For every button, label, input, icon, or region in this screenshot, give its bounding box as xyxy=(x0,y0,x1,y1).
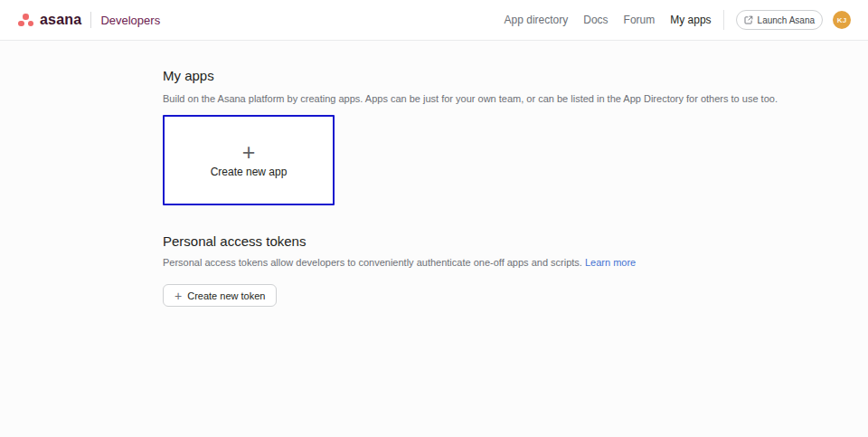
nav-separator xyxy=(723,10,724,30)
create-new-app-card[interactable]: + Create new app xyxy=(163,115,335,205)
tokens-title: Personal access tokens xyxy=(163,233,868,250)
nav-docs[interactable]: Docs xyxy=(583,14,608,25)
launch-asana-label: Launch Asana xyxy=(758,15,815,25)
asana-developers-page: asana Developers App directory Docs Foru… xyxy=(0,0,868,437)
external-link-icon xyxy=(744,15,753,24)
page-title: My apps xyxy=(163,68,868,84)
nav-forum[interactable]: Forum xyxy=(624,14,656,25)
create-new-token-button[interactable]: + Create new token xyxy=(163,284,277,307)
top-header: asana Developers App directory Docs Foru… xyxy=(0,0,868,41)
create-new-token-label: Create new token xyxy=(187,290,265,301)
product-name: Developers xyxy=(100,14,160,26)
logo-divider xyxy=(90,12,91,28)
learn-more-link[interactable]: Learn more xyxy=(585,257,636,268)
personal-access-tokens-section: Personal access tokens Personal access t… xyxy=(163,233,868,307)
launch-asana-button[interactable]: Launch Asana xyxy=(736,10,823,30)
my-apps-section: My apps Build on the Asana platform by c… xyxy=(163,68,868,205)
my-apps-description: Build on the Asana platform by creating … xyxy=(163,93,868,105)
asana-logo-icon xyxy=(18,14,33,26)
avatar[interactable]: KJ xyxy=(833,11,851,29)
header-nav: App directory Docs Forum My apps Launch … xyxy=(489,10,851,30)
nav-app-directory[interactable]: App directory xyxy=(505,14,569,25)
plus-icon: + xyxy=(175,290,182,302)
tokens-description-text: Personal access tokens allow developers … xyxy=(163,257,582,268)
main-content: My apps Build on the Asana platform by c… xyxy=(0,41,868,307)
tokens-description: Personal access tokens allow developers … xyxy=(163,257,868,269)
nav-my-apps[interactable]: My apps xyxy=(670,14,711,25)
plus-icon: + xyxy=(242,143,256,161)
asana-wordmark: asana xyxy=(40,13,81,27)
brand[interactable]: asana Developers xyxy=(18,12,160,28)
create-new-app-label: Create new app xyxy=(211,166,288,178)
